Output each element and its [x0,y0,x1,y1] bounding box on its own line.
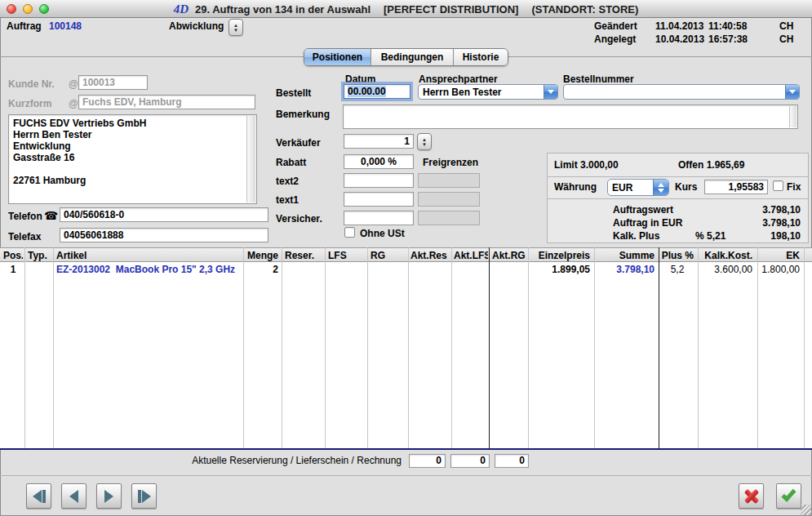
confirm-button[interactable] [776,483,801,509]
tab-bar: Positionen Bedingungen Historie [304,48,508,66]
kalk-plus-percent: % 5,21 [695,230,725,242]
ohne-ust-label: Ohne USt [360,228,405,239]
bestellnummer-label: Bestellnummer [563,73,634,85]
column-header-rg[interactable]: RG [371,249,406,262]
next-record-icon [104,490,113,503]
text2-freigrenze-field [418,173,480,188]
title-bar[interactable]: 4D 29. Auftrag von 134 in der Auswahl [P… [0,0,812,18]
column-separator [698,247,699,448]
column-header-akt-rg[interactable]: Akt.RG [492,249,526,262]
datum-value: 00.00.00 [348,86,386,97]
ohne-ust-checkbox[interactable] [344,227,355,238]
column-separator [451,247,452,448]
bemerkung-scrollbar[interactable] [789,106,796,127]
column-separator [24,247,25,448]
versicher-freigrenze-field [418,211,480,225]
address-textarea[interactable]: FUCHS EDV Vertriebs GmbH Herrn Ben Teste… [8,114,257,204]
kurzform-field[interactable]: Fuchs EDV, Hamburg [78,95,255,109]
tab-bedingungen[interactable]: Bedingungen [371,49,454,65]
column-header-menge[interactable]: Menge [245,249,278,262]
resize-grip[interactable] [801,505,811,515]
column-header-akt-res[interactable]: Akt.Res [410,249,450,262]
address-line: Gasstraße 16 [13,152,243,163]
text2-label: text2 [276,176,299,187]
auftrag-eur-label: Auftrag in EUR [613,217,682,229]
first-record-icon [33,490,42,503]
next-record-button[interactable] [96,483,122,509]
telefon-label: Telefon [8,211,42,222]
column-header-artikel[interactable]: Artikel [56,249,241,262]
verkaeufer-field[interactable]: 1 [344,134,414,149]
freigrenzen-label: Freigrenzen [423,157,478,168]
ansprechpartner-value: Herrn Ben Tester [423,85,501,100]
versicher-field[interactable] [344,211,414,225]
angelegt-user: CH [779,33,793,45]
kurs-field[interactable]: 1,95583 [704,180,768,194]
column-separator [489,247,490,448]
aktuelle-label: Aktuelle Reservierung / Lieferschein / R… [147,455,402,466]
column-header-akt-lfs[interactable]: Akt.LFS [454,249,488,262]
text1-field[interactable] [344,192,414,207]
first-record-button[interactable] [26,483,51,509]
positions-table-header[interactable]: Pos. Typ. Artikel Menge Reser. LFS RG Ak… [0,247,812,262]
column-header-lfs[interactable]: LFS [328,249,365,262]
tab-label: Historie [463,51,499,63]
abwicklung-stepper[interactable]: ▲▼ [229,19,243,36]
fix-label: Fix [787,181,801,193]
column-header-pos[interactable]: Pos. [3,249,23,262]
bestellnummer-dropdown[interactable] [563,84,800,100]
kunde-nr-field[interactable]: 100013 [78,75,148,90]
cell-kalk-kost: 3.600,00 [700,264,752,276]
window-title: 4D 29. Auftrag von 134 in der Auswahl [P… [0,0,812,18]
angelegt-date: 10.04.2013 [655,33,704,45]
window-title-app: [PERFECT DISTRIBUTION] [384,3,518,16]
tab-historie[interactable]: Historie [454,49,508,65]
cancel-button[interactable] [739,483,764,509]
auftragswert-label: Auftragswert [613,204,673,216]
bemerkung-field[interactable] [343,105,798,129]
column-header-typ[interactable]: Typ. [28,249,51,262]
column-header-kalk-kost[interactable]: Kalk.Kost. [700,249,752,262]
waehrung-popup[interactable]: EUR [607,179,669,196]
previous-record-button[interactable] [61,483,87,509]
confirm-check-icon [781,487,796,502]
previous-record-icon [69,490,78,503]
column-header-ek[interactable]: EK [760,249,800,262]
rechnung-field[interactable]: 0 [495,454,529,468]
limit-text: Limit 3.000,00 [554,159,619,171]
column-header-plus[interactable]: Plus % [661,249,694,262]
positions-table-body[interactable]: 1 EZ-2013002 MacBook Pro 15" 2,3 GHz 2 1… [0,262,812,448]
last-record-icon-bar [138,490,141,503]
datum-field[interactable]: 00.00.00 [344,84,410,99]
reservierung-field[interactable]: 0 [409,454,446,468]
column-separator [325,247,326,448]
tab-label: Positionen [313,51,362,63]
verkaeufer-stepper[interactable]: ▲▼ [417,133,432,150]
ansprechpartner-label: Ansprechpartner [419,73,498,85]
dropdown-arrow-icon [785,85,799,99]
cancel-x-icon [743,487,761,505]
phone-icon: ☎ [44,209,58,222]
rabatt-label: Rabatt [276,157,306,168]
last-record-button[interactable] [131,483,157,509]
column-separator [408,247,409,448]
geaendert-time: 11:40:58 [708,20,747,32]
text2-field[interactable] [344,173,414,188]
auftrag-eur-value: 3.798,10 [735,217,801,229]
bemerkung-label: Bemerkung [276,109,330,120]
lieferschein-field[interactable]: 0 [450,454,490,468]
rabatt-field[interactable]: 0,000 % [344,154,414,169]
kunde-at-icon: @ [69,78,78,90]
tab-positionen[interactable]: Positionen [304,49,371,65]
fix-checkbox[interactable] [773,180,783,191]
ansprechpartner-dropdown[interactable]: Herrn Ben Tester [418,84,558,100]
column-header-reser[interactable]: Reser. [285,249,322,262]
column-separator [367,247,368,448]
column-header-summe[interactable]: Summe [597,249,654,262]
telefon-field[interactable]: 040/560618-0 [60,207,268,222]
column-separator [53,247,54,448]
kurs-label: Kurs [675,181,697,193]
telefax-field[interactable]: 04056061888 [60,228,268,242]
address-scrollbar[interactable] [246,116,255,202]
column-header-einzelpreis[interactable]: Einzelpreis [530,249,590,262]
